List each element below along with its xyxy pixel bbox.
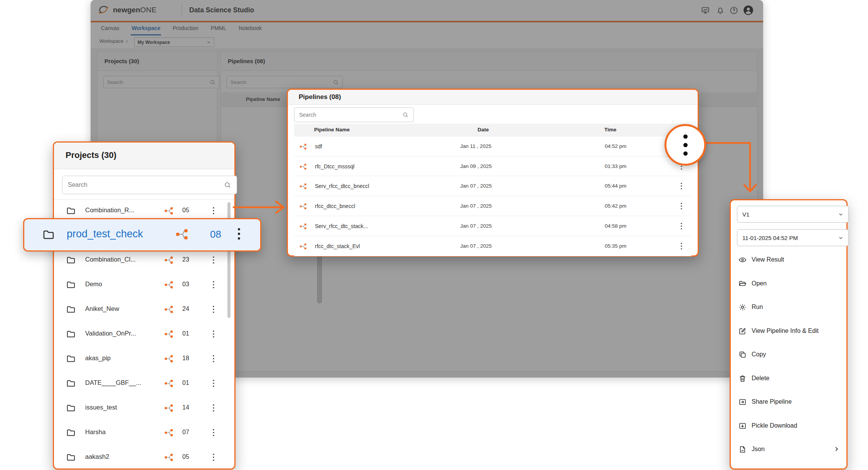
copy-icon	[738, 351, 747, 359]
project-name: Aniket_New	[85, 305, 119, 312]
kebab-menu-icon[interactable]	[210, 428, 217, 437]
project-name: Demo	[85, 280, 102, 288]
pipeline-date: Jan 07 , 2025	[460, 243, 492, 249]
menu-item-delete[interactable]: Delete	[731, 366, 846, 390]
project-row[interactable]: Demo03	[54, 272, 234, 297]
pipeline-time: 05:44 pm	[605, 183, 626, 189]
project-row[interactable]: Aniket_New24	[54, 297, 234, 322]
gear-icon	[738, 303, 747, 311]
pipeline-name: rfcc_dtc_stack_Evl	[315, 243, 360, 249]
version-select[interactable]: V1	[737, 206, 849, 223]
pipeline-count: 01	[182, 379, 189, 386]
pipelines-popup-search-input[interactable]: Search	[294, 107, 414, 122]
project-name: Combination_R...	[85, 206, 134, 214]
pipeline-count: 14	[182, 404, 189, 411]
search-placeholder: Search	[299, 112, 316, 118]
kebab-menu-icon[interactable]	[210, 404, 217, 412]
pipeline-time: 04:52 pm	[605, 143, 626, 149]
pipeline-row[interactable]: Serv_rfcc_dtcc_bnecclJan 07 , 202505:44 …	[294, 176, 691, 196]
jsonFile-icon	[738, 445, 747, 453]
pipeline-row[interactable]: rfcc_dtc_stack_EvlJan 07 , 202505:35 pm	[294, 236, 691, 256]
pipeline-row[interactable]: rfcc_dtcc_bnecclJan 07 , 202505:42 pm	[294, 196, 691, 216]
pipeline-name: rfcc_dtcc_bneccl	[315, 203, 355, 209]
menu-item-copy[interactable]: Copy	[731, 342, 846, 366]
search-icon	[402, 112, 409, 118]
menu-item-run[interactable]: Run	[731, 295, 846, 319]
pipeline-icon	[299, 163, 307, 170]
kebab-menu-highlight[interactable]	[664, 124, 706, 166]
menu-item-label: Delete	[752, 375, 769, 382]
chevron-right-icon	[834, 446, 839, 452]
kebab-menu-icon[interactable]	[210, 330, 217, 338]
share-icon	[738, 398, 747, 406]
trash-icon	[738, 374, 747, 383]
menu-item-label: View Pipeline Info & Edit	[752, 327, 819, 334]
folder-icon	[66, 206, 76, 216]
chevron-down-icon	[838, 235, 843, 240]
project-row[interactable]: DATE____GBF__...01	[54, 371, 234, 396]
folder-icon	[66, 428, 76, 438]
menu-item-view-pipeline-info-edit[interactable]: View Pipeline Info & Edit	[731, 319, 846, 343]
kebab-menu-icon[interactable]	[210, 206, 217, 215]
kebab-menu-icon[interactable]	[679, 222, 684, 230]
pipeline-row[interactable]: sdfJan 11 , 202504:52 pm	[294, 136, 691, 156]
folder-icon	[66, 329, 76, 339]
menu-item-json[interactable]: Json	[731, 437, 846, 461]
kebab-menu-icon[interactable]	[210, 305, 217, 314]
pipeline-icon	[164, 305, 173, 314]
kebab-menu-icon[interactable]	[210, 354, 217, 363]
pipeline-icon	[299, 243, 307, 250]
pipeline-icon	[175, 228, 188, 241]
projects-popup: Projects (30) Search Combination_R...05C…	[53, 141, 236, 470]
project-name: prod_test_check	[67, 228, 143, 240]
project-name: issues_test	[85, 404, 117, 411]
folder-icon	[66, 452, 76, 462]
pipeline-row[interactable]: Serv_rfcc_dtc_stack...Jan 07 , 202504:58…	[294, 216, 691, 236]
kebab-menu-icon[interactable]	[210, 379, 217, 388]
pipeline-icon	[299, 143, 307, 150]
pipeline-count: 07	[182, 429, 189, 436]
pipeline-count: 08	[210, 228, 221, 240]
folder-icon	[42, 228, 56, 241]
project-row[interactable]: aakash205	[54, 445, 234, 470]
screenshot-root: newgenONE Data Science Studio CanvasWork…	[0, 0, 868, 470]
kebab-menu-icon[interactable]	[679, 182, 684, 190]
menu-item-pickle-download[interactable]: Pickle Download	[731, 414, 846, 438]
folderOpen-icon	[738, 280, 747, 288]
menu-item-label: Open	[752, 280, 767, 287]
selected-project-row[interactable]: prod_test_check 08	[23, 218, 261, 252]
pipeline-icon	[164, 255, 173, 265]
folder-icon	[66, 354, 76, 364]
pipeline-icon	[299, 203, 307, 210]
folder-icon	[66, 403, 76, 413]
menu-item-open[interactable]: Open	[731, 272, 846, 295]
pipelines-popup: Pipelines (08) Search Pipeline Name Date…	[287, 89, 699, 257]
kebab-menu-icon[interactable]	[236, 227, 242, 240]
pipeline-icon	[164, 329, 173, 339]
project-name: DATE____GBF__...	[85, 379, 141, 386]
menu-item-view-result[interactable]: View Result	[731, 248, 846, 272]
pipeline-name: rfc_Dtcc_msssql	[315, 163, 355, 170]
pipeline-row[interactable]: rfc_Dtcc_msssqlJan 09 , 202501:33 pm	[294, 156, 691, 176]
pipeline-count: 05	[182, 207, 189, 214]
kebab-menu-icon[interactable]	[210, 453, 217, 462]
pipeline-date: Jan 11 , 2025	[460, 143, 491, 149]
project-name: akas_pip	[85, 354, 111, 362]
pipeline-icon	[164, 428, 173, 437]
menu-item-share-pipeline[interactable]: Share Pipeline	[731, 390, 846, 414]
kebab-menu-icon[interactable]	[210, 256, 217, 264]
project-row[interactable]: Harsha07	[54, 420, 234, 445]
kebab-menu-icon[interactable]	[679, 202, 684, 210]
datetime-select[interactable]: 11-01-2025 04:52 PM	[737, 229, 849, 246]
pipeline-icon	[299, 183, 307, 190]
kebab-menu-icon[interactable]	[210, 280, 217, 289]
kebab-menu-icon[interactable]	[679, 242, 684, 250]
project-row[interactable]: Validation_OnPr...01	[54, 322, 234, 346]
project-row[interactable]: issues_test14	[54, 396, 234, 420]
project-row[interactable]: akas_pip18	[54, 346, 234, 371]
project-name: Harsha	[85, 428, 106, 436]
pipeline-date: Jan 07 , 2025	[460, 203, 492, 209]
pipeline-name: Serv_rfcc_dtcc_bneccl	[315, 183, 369, 189]
pipeline-icon	[299, 223, 307, 230]
pipeline-time: 05:35 pm	[605, 243, 626, 249]
